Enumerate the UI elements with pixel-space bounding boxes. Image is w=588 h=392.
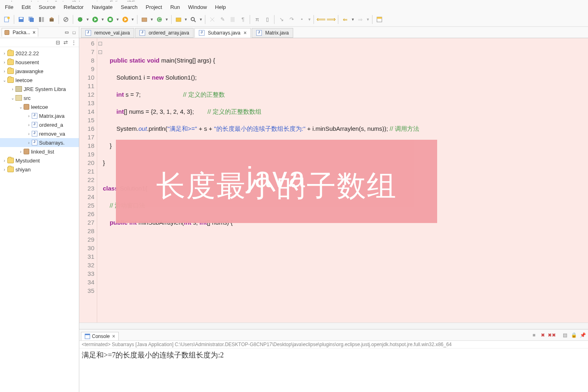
menu-edit[interactable]: Edit: [18, 3, 34, 11]
build-icon[interactable]: [47, 15, 56, 24]
menu-bar: File Edit Source Refactor Navigate Searc…: [0, 2, 588, 12]
toolbar-sep: [73, 15, 73, 24]
menu-refactor[interactable]: Refactor: [61, 3, 87, 11]
package-tree[interactable]: ›2022.2.22 ›houserent ›javawangke ⌄leetc…: [0, 47, 79, 392]
new-package-icon[interactable]: [140, 15, 149, 24]
menu-help[interactable]: Help: [212, 3, 229, 11]
remove-terminated-icon[interactable]: ✖: [539, 331, 547, 339]
menu-project[interactable]: Project: [142, 3, 165, 11]
editor-hscroll[interactable]: [79, 323, 588, 329]
folder-icon: [7, 77, 14, 83]
tree-file[interactable]: ›ordered_a: [0, 120, 79, 129]
tree-src[interactable]: ⌄src: [0, 93, 79, 102]
console-output[interactable]: 满足和>=7的长度最小的连续子数组长度为:2: [79, 349, 588, 392]
tree-file[interactable]: ›remove_va: [0, 129, 79, 138]
tree-package[interactable]: ›linked_list: [0, 147, 79, 156]
menu-search[interactable]: Search: [118, 3, 141, 11]
tab-matrix[interactable]: Matrix.java: [252, 28, 293, 38]
tree-project[interactable]: ›houserent: [0, 58, 79, 67]
dot-icon[interactable]: •: [297, 15, 306, 24]
step-dropdown-icon[interactable]: ▼: [307, 17, 311, 22]
pi-icon[interactable]: π: [253, 15, 261, 24]
debug-icon[interactable]: [76, 15, 85, 24]
new-class-icon[interactable]: C: [155, 15, 164, 24]
menu-window[interactable]: Window: [185, 3, 210, 11]
nav-back-icon[interactable]: ⇐: [341, 15, 350, 24]
debug-dropdown-icon[interactable]: ▼: [86, 17, 89, 22]
console-tab[interactable]: Console ×: [81, 332, 119, 340]
nav-forward-icon[interactable]: ⇒: [356, 15, 365, 24]
clear-icon[interactable]: ▤: [561, 331, 568, 339]
perspective-icon[interactable]: [375, 15, 384, 24]
package-explorer-tab[interactable]: Packa... ×: [2, 28, 38, 37]
collapse-all-icon[interactable]: ⊟: [56, 39, 60, 45]
line-gutter: 6789101112131415161718192021222324252627…: [79, 38, 97, 323]
save-all-icon[interactable]: [27, 15, 36, 24]
new-icon[interactable]: [2, 15, 11, 24]
tree-label: javawangke: [15, 68, 44, 74]
step-in-icon[interactable]: ↘: [277, 15, 286, 24]
tree-label: shiyan: [15, 167, 31, 173]
open-type-icon[interactable]: [174, 15, 183, 24]
tree-project[interactable]: ›Mystudent: [0, 156, 79, 165]
ext-dropdown-icon[interactable]: ▼: [131, 17, 135, 22]
svg-line-27: [194, 20, 196, 22]
tree-package[interactable]: ⌄leetcoe: [0, 102, 79, 111]
search-dropdown-icon[interactable]: ▼: [199, 17, 203, 22]
coverage-dropdown-icon[interactable]: ▼: [116, 17, 120, 22]
paste-icon[interactable]: [228, 15, 237, 24]
tab-ordered-array[interactable]: ordered_array.java: [135, 28, 194, 38]
maximize-icon[interactable]: □: [71, 29, 77, 36]
tree-project-leetcoe[interactable]: ⌄leetcoe: [0, 76, 79, 84]
menu-run[interactable]: Run: [167, 3, 183, 11]
skip-breakpoints-icon[interactable]: [61, 15, 70, 24]
view-menu-icon[interactable]: ⋮: [71, 39, 76, 45]
mark-icon[interactable]: ¶: [238, 15, 247, 24]
back-icon[interactable]: ⟸: [316, 15, 325, 24]
link-editor-icon[interactable]: ⇄: [63, 39, 68, 45]
close-icon[interactable]: ×: [112, 334, 115, 339]
scroll-lock-icon[interactable]: 🔒: [570, 331, 577, 339]
console-status: <terminated> Subarrays [Java Application…: [79, 341, 588, 349]
tree-file[interactable]: ›Matrix.java: [0, 111, 79, 120]
menu-file[interactable]: File: [2, 3, 17, 11]
close-icon[interactable]: ×: [33, 30, 35, 35]
tree-jre[interactable]: ›JRE System Libra: [0, 84, 79, 93]
run-dropdown-icon[interactable]: ▼: [101, 17, 105, 22]
tag-icon[interactable]: ▯: [263, 15, 272, 24]
new-dropdown-icon[interactable]: ▼: [150, 17, 154, 22]
tab-subarrays[interactable]: Subarrays.java×: [194, 28, 251, 38]
tree-project[interactable]: ›shiyan: [0, 165, 79, 174]
tree-label: houserent: [15, 59, 39, 65]
remove-all-icon[interactable]: ✖✖: [548, 331, 555, 339]
tab-remove-val[interactable]: remove_val.java: [81, 28, 134, 38]
coverage-icon[interactable]: [106, 15, 115, 24]
close-icon[interactable]: ×: [244, 30, 246, 36]
search-icon[interactable]: [189, 15, 198, 24]
forward-icon[interactable]: ⟹: [327, 15, 335, 24]
open-dropdown-icon[interactable]: ▼: [184, 17, 188, 22]
tree-label: ordered_a: [39, 122, 63, 128]
tree-project[interactable]: ›2022.2.22: [0, 49, 79, 58]
terminate-icon[interactable]: ■: [530, 331, 538, 339]
nav-fwd-dropdown-icon[interactable]: ▼: [366, 17, 370, 22]
save-icon[interactable]: [17, 15, 26, 24]
run-last-icon[interactable]: [121, 15, 130, 24]
step-over-icon[interactable]: ↷: [287, 15, 296, 24]
run-icon[interactable]: [91, 15, 100, 24]
toggle-icon[interactable]: [37, 15, 46, 24]
nav-back-dropdown-icon[interactable]: ▼: [351, 17, 355, 22]
wand-icon[interactable]: ✎: [218, 15, 227, 24]
tree-project[interactable]: ›javawangke: [0, 67, 79, 76]
menu-navigate[interactable]: Navigate: [89, 3, 116, 11]
code-editor[interactable]: 6789101112131415161718192021222324252627…: [79, 38, 588, 323]
tree-file-active[interactable]: ›Subarrays.: [0, 138, 79, 147]
new-class-dropdown-icon[interactable]: ▼: [165, 17, 169, 22]
menu-source[interactable]: Source: [35, 3, 59, 11]
code-area[interactable]: public static void main(String[] args) {…: [103, 38, 588, 323]
cut-icon[interactable]: [208, 15, 217, 24]
method: minSubArraylen: [316, 125, 359, 132]
workspace: Packa... × ▭ □ ⊟ ⇄ ⋮ ›2022.2.22 ›housere…: [0, 27, 588, 392]
pin-icon[interactable]: 📌: [579, 331, 586, 339]
minimize-icon[interactable]: ▭: [63, 29, 70, 36]
